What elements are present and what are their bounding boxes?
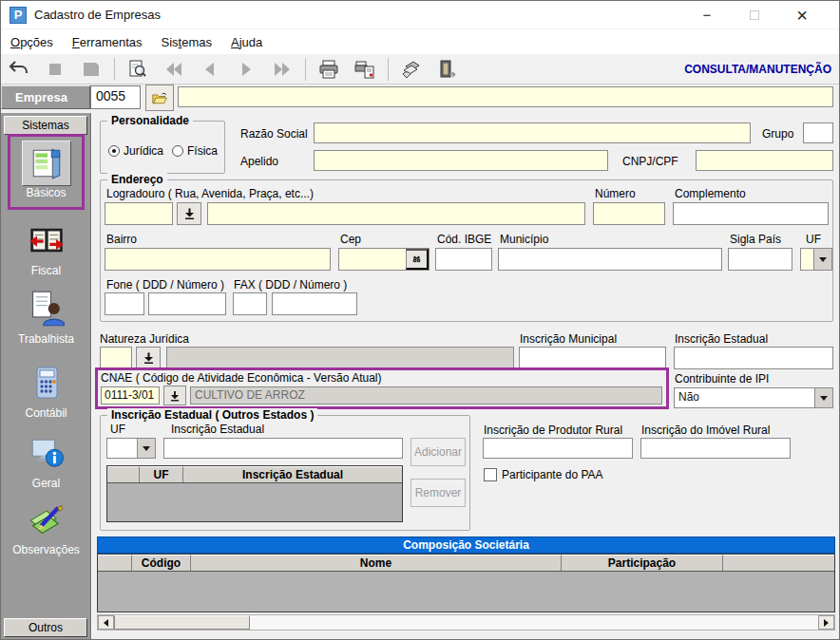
print-report-button[interactable]: [347, 56, 383, 83]
menu-ferramentas[interactable]: Ferramentas: [63, 29, 152, 54]
print-report-icon: [353, 58, 376, 81]
complemento-field[interactable]: [673, 202, 829, 225]
undo-button[interactable]: [1, 56, 37, 83]
save-button[interactable]: [73, 56, 109, 83]
scroll-right-button[interactable]: [818, 615, 834, 630]
toolbar: CONSULTA/MANUTENÇÃO: [1, 54, 839, 85]
hand-printer-icon: [400, 58, 423, 81]
adicionar-button[interactable]: Adicionar: [410, 438, 466, 466]
mode-label: CONSULTA/MANUTENÇÃO: [684, 63, 831, 76]
natureza-juridica-lookup-button[interactable]: [136, 347, 161, 369]
grupo-field[interactable]: [803, 122, 833, 143]
cnpj-cpf-field[interactable]: [696, 150, 833, 171]
toolbar-separator: [114, 58, 115, 81]
sidebar-item-trabalhista[interactable]: Trabalhista: [1, 288, 91, 346]
sidebar-item-geral[interactable]: Geral: [1, 432, 91, 490]
outros-button[interactable]: Outros: [4, 618, 87, 637]
first-record-button[interactable]: [156, 56, 192, 83]
natureza-juridica-code-field[interactable]: [100, 347, 132, 369]
app-logo-icon: P: [10, 7, 27, 24]
stop-button[interactable]: [37, 56, 73, 83]
ie-input-field[interactable]: [163, 438, 403, 459]
open-empresa-button[interactable]: [145, 85, 174, 111]
produtor-rural-field[interactable]: [483, 438, 633, 459]
minimize-button[interactable]: −: [683, 1, 731, 28]
scrollbar-track[interactable]: [250, 615, 818, 630]
fone-numero-field[interactable]: [148, 292, 226, 315]
bairro-label: Bairro: [106, 233, 137, 246]
maximize-button[interactable]: [731, 1, 778, 28]
apelido-field[interactable]: [314, 150, 608, 171]
empresa-code-input[interactable]: 0055: [90, 85, 141, 109]
radio-juridica[interactable]: Jurídica: [108, 144, 163, 158]
sidebar: Sistemas Básicos Fiscal Trabalhista Cont…: [1, 113, 91, 640]
scroll-left-button[interactable]: [98, 615, 114, 630]
sistemas-button[interactable]: Sistemas: [4, 116, 87, 135]
radio-fisica[interactable]: Física: [172, 144, 218, 158]
scrollbar-thumb[interactable]: [114, 615, 250, 630]
ie-uf-select[interactable]: [106, 438, 156, 459]
sigla-pais-field[interactable]: [728, 248, 792, 271]
window-controls: − ×: [683, 1, 826, 28]
preview-button[interactable]: [120, 56, 156, 83]
empresa-label: Empresa: [1, 85, 90, 109]
imovel-rural-field[interactable]: [640, 438, 791, 459]
title-bar: P Cadastro de Empresas − ×: [1, 1, 839, 29]
cnae-lookup-button[interactable]: [163, 386, 186, 405]
inscricao-estadual-field[interactable]: [674, 347, 833, 369]
contribuinte-ipi-select[interactable]: Não: [674, 387, 833, 408]
undo-icon: [8, 58, 30, 81]
fone-label: Fone ( DDD / Número ): [106, 278, 224, 292]
empresa-name-field[interactable]: [178, 86, 833, 107]
chevron-down-icon[interactable]: [813, 249, 831, 270]
razao-social-label: Razão Social: [240, 127, 308, 141]
cep-search-button[interactable]: [406, 249, 429, 270]
sidebar-item-fiscal[interactable]: Fiscal: [1, 219, 91, 277]
cep-label: Cep: [340, 233, 361, 246]
close-button[interactable]: ×: [778, 1, 826, 28]
ie-uf-label: UF: [110, 423, 125, 436]
sidebar-item-contabil[interactable]: Contábil: [1, 362, 91, 420]
print-button[interactable]: [311, 56, 347, 83]
fax-ddd-field[interactable]: [233, 292, 267, 315]
menu-opcoes[interactable]: Opções: [1, 29, 63, 54]
sidebar-item-observacoes[interactable]: Observações: [1, 499, 91, 556]
bairro-field[interactable]: [105, 248, 331, 271]
logradouro-label: Logradouro ( Rua, Avenida, Praça, etc...…: [106, 187, 314, 200]
numero-field[interactable]: [593, 202, 665, 225]
chevron-down-icon[interactable]: [137, 439, 155, 458]
exit-button[interactable]: [430, 56, 466, 83]
logradouro-field[interactable]: [207, 202, 585, 225]
logradouro-lookup-button[interactable]: [177, 202, 201, 225]
scroll-left-icon: [104, 619, 108, 627]
municipio-field[interactable]: [498, 248, 722, 271]
remover-button[interactable]: Remover: [410, 479, 466, 507]
horizontal-scrollbar[interactable]: [97, 614, 835, 631]
fax-numero-field[interactable]: [272, 292, 357, 315]
menu-sistemas[interactable]: Sistemas: [152, 29, 221, 54]
composicao-societaria-table[interactable]: Código Nome Participação: [97, 554, 835, 612]
hand-printer-button[interactable]: [393, 56, 430, 83]
cnpj-cpf-label: CNPJ/CPF: [622, 155, 678, 168]
cod-ibge-field[interactable]: [435, 248, 492, 271]
cnae-code-field[interactable]: 0111-3/01: [101, 386, 160, 405]
last-record-button[interactable]: [264, 56, 300, 83]
contribuinte-ipi-label: Contribuinte de IPI: [675, 372, 769, 386]
next-record-button[interactable]: [228, 56, 264, 83]
previous-record-button[interactable]: [192, 56, 228, 83]
main-form: Personalidade Jurídica Física Razão Soci…: [91, 113, 840, 640]
uf-select[interactable]: [800, 248, 832, 271]
sidebar-item-basicos[interactable]: Básicos: [8, 134, 85, 210]
sidebar-item-label: Fiscal: [1, 264, 91, 277]
razao-social-field[interactable]: [314, 122, 751, 143]
folder-open-icon: [152, 91, 167, 105]
drop-down-line-icon: [170, 390, 180, 402]
cep-field[interactable]: [338, 248, 430, 271]
ie-table[interactable]: UF Inscrição Estadual: [106, 465, 403, 522]
paa-checkbox[interactable]: Participante do PAA: [484, 468, 603, 481]
menu-ajuda[interactable]: Ajuda: [221, 29, 272, 54]
fone-ddd-field[interactable]: [105, 292, 144, 315]
chevron-down-icon[interactable]: [814, 388, 832, 407]
logradouro-code-field[interactable]: [105, 202, 173, 225]
inscricao-municipal-field[interactable]: [519, 347, 666, 369]
